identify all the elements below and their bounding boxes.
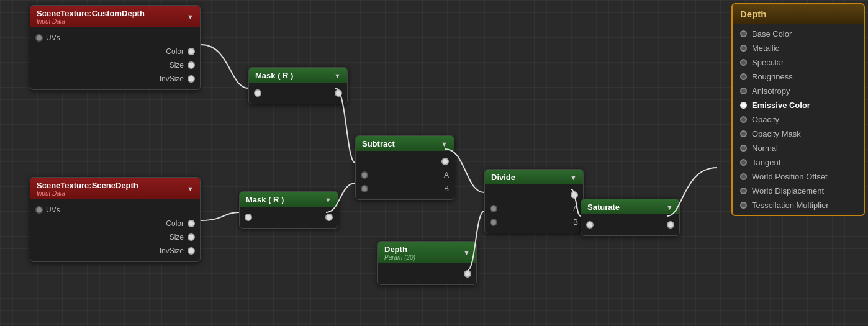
node-subtitle-scene: Input Data — [37, 190, 138, 197]
node-row-mask-top-io — [249, 86, 347, 100]
panel-item-base-color[interactable]: Base Color — [733, 27, 864, 41]
node-row-subtract-b: B — [356, 182, 454, 196]
panel-pin-opacity-mask — [740, 130, 747, 137]
node-dropdown-saturate[interactable]: ▼ — [666, 204, 673, 211]
node-title-divide: Divide — [491, 173, 515, 182]
node-dropdown-divide[interactable]: ▼ — [570, 174, 577, 181]
pin-subtract-b-in — [361, 185, 368, 192]
pin-mask-bottom-in — [245, 214, 252, 221]
node-row-subtract-out — [356, 155, 454, 168]
node-body-depth-param — [378, 263, 476, 284]
scene-texture-scene-node[interactable]: SceneTexture:SceneDepth Input Data ▼ UVs… — [30, 177, 201, 262]
node-row-uvs-custom: UVs — [30, 31, 200, 45]
node-title-subtract: Subtract — [362, 139, 395, 148]
node-dropdown-custom[interactable]: ▼ — [187, 13, 194, 20]
panel-pin-anisotropy — [740, 88, 747, 94]
panel-pin-normal — [740, 145, 747, 152]
node-header-saturate: Saturate ▼ — [581, 199, 679, 214]
right-panel-body: Base Color Metallic Specular Roughness A… — [733, 24, 864, 215]
node-header-subtract: Subtract ▼ — [356, 136, 454, 151]
pin-invsize-out-scene — [188, 247, 195, 255]
saturate-node[interactable]: Saturate ▼ — [581, 199, 680, 236]
pin-saturate-out — [667, 221, 674, 229]
node-body-subtract: A B — [356, 151, 454, 199]
pin-size-out-custom — [188, 61, 195, 69]
pin-divide-a-in — [490, 205, 497, 212]
panel-pin-opacity — [740, 116, 747, 123]
node-body-saturate — [581, 214, 679, 235]
pin-size-out-scene — [188, 233, 195, 241]
panel-item-tangent[interactable]: Tangent — [733, 155, 864, 170]
pin-subtract-a-in — [361, 171, 368, 179]
node-row-divide-a: A — [485, 202, 583, 215]
panel-item-normal[interactable]: Normal — [733, 141, 864, 155]
node-title-mask-top: Mask ( R ) — [255, 71, 293, 80]
panel-item-tessellation[interactable]: Tessellation Multiplier — [733, 198, 864, 212]
mask-r-bottom-node[interactable]: Mask ( R ) ▼ — [239, 191, 338, 229]
node-dropdown-scene[interactable]: ▼ — [187, 185, 194, 192]
node-row-divide-out — [485, 188, 583, 202]
panel-item-emissive[interactable]: Emissive Color — [733, 98, 864, 112]
pin-mask-top-out — [335, 89, 342, 97]
divide-node[interactable]: Divide ▼ A B — [484, 169, 584, 233]
panel-item-opacity[interactable]: Opacity — [733, 112, 864, 127]
node-body-scene: UVs Color Size InvSize — [30, 199, 200, 261]
node-row-uvs-scene: UVs — [30, 203, 200, 217]
node-body-divide: A B — [485, 184, 583, 233]
panel-item-anisotropy[interactable]: Anisotropy — [733, 84, 864, 98]
subtract-node[interactable]: Subtract ▼ A B — [355, 135, 454, 200]
panel-item-roughness[interactable]: Roughness — [733, 70, 864, 84]
panel-item-opacity-mask[interactable]: Opacity Mask — [733, 127, 864, 141]
panel-pin-emissive — [740, 102, 747, 109]
node-header-scene: SceneTexture:SceneDepth Input Data ▼ — [30, 178, 200, 199]
pin-divide-out — [571, 191, 578, 199]
node-title-saturate: Saturate — [587, 202, 620, 212]
node-subtitle-custom: Input Data — [37, 18, 145, 25]
node-row-color-custom: Color — [30, 45, 200, 58]
node-row-saturate-io — [581, 218, 679, 232]
panel-pin-tangent — [740, 159, 747, 166]
depth-param-node[interactable]: Depth Param (20) ▼ — [377, 241, 477, 285]
node-header-mask-top: Mask ( R ) ▼ — [249, 68, 347, 83]
node-dropdown-mask-top[interactable]: ▼ — [334, 72, 341, 79]
scene-texture-custom-node[interactable]: SceneTexture:CustomDepth Input Data ▼ UV… — [30, 5, 201, 90]
pin-uvs-in-scene — [35, 206, 43, 214]
pin-depth-param-out — [464, 270, 471, 278]
pin-mask-bottom-out — [325, 214, 333, 221]
node-dropdown-mask-bottom[interactable]: ▼ — [325, 196, 332, 204]
node-title-custom: SceneTexture:CustomDepth — [37, 9, 145, 18]
node-title-mask-bottom: Mask ( R ) — [246, 195, 284, 204]
right-panel-title: Depth — [733, 4, 864, 24]
panel-pin-base-color — [740, 30, 747, 37]
panel-pin-world-displacement — [740, 188, 747, 194]
node-dropdown-depth-param[interactable]: ▼ — [463, 249, 470, 256]
node-dropdown-subtract[interactable]: ▼ — [441, 140, 448, 148]
node-header-custom: SceneTexture:CustomDepth Input Data ▼ — [30, 6, 200, 27]
node-row-mask-bottom-io — [240, 211, 338, 224]
node-body-mask-bottom — [240, 207, 338, 228]
pin-uvs-in-custom — [35, 34, 43, 42]
node-header-depth-param: Depth Param (20) ▼ — [378, 242, 476, 263]
node-row-color-scene: Color — [30, 217, 200, 230]
panel-pin-metallic — [740, 45, 747, 52]
panel-item-world-position-offset[interactable]: World Position Offset — [733, 170, 864, 184]
node-body-custom: UVs Color Size InvSize — [30, 27, 200, 89]
panel-item-metallic[interactable]: Metallic — [733, 41, 864, 55]
node-row-depth-param-out — [378, 267, 476, 281]
panel-item-specular[interactable]: Specular — [733, 55, 864, 70]
node-row-invsize-scene: InvSize — [30, 244, 200, 258]
mask-r-top-node[interactable]: Mask ( R ) ▼ — [248, 67, 348, 104]
node-subtitle-depth-param: Param (20) — [384, 254, 415, 261]
node-header-mask-bottom: Mask ( R ) ▼ — [240, 192, 338, 207]
pin-divide-b-in — [490, 219, 497, 226]
node-body-mask-top — [249, 83, 347, 104]
pin-mask-top-in — [254, 89, 261, 97]
node-title-scene: SceneTexture:SceneDepth — [37, 181, 138, 190]
pin-invsize-out-custom — [188, 75, 195, 83]
pin-color-out-custom — [188, 48, 195, 55]
panel-item-world-displacement[interactable]: World Displacement — [733, 184, 864, 198]
node-header-divide: Divide ▼ — [485, 170, 583, 184]
panel-pin-world-position-offset — [740, 173, 747, 180]
panel-pin-specular — [740, 59, 747, 66]
pin-color-out-scene — [188, 220, 195, 227]
